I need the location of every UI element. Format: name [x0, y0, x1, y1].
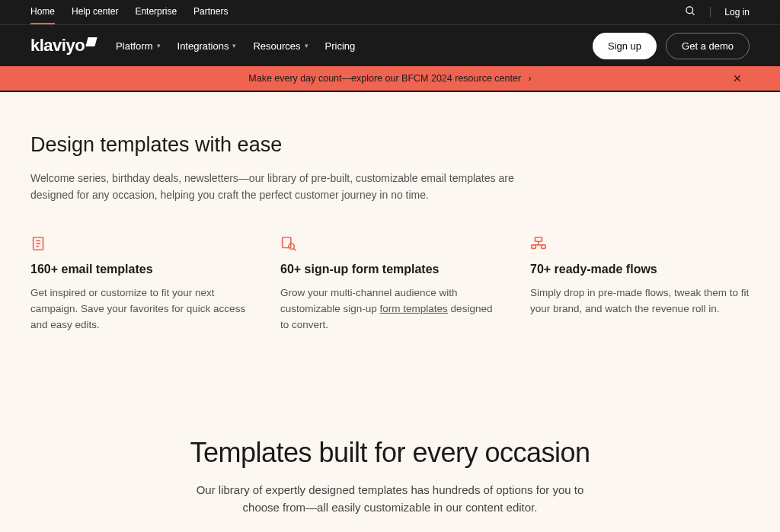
form-templates-link[interactable]: form templates [380, 303, 448, 314]
flow-icon [530, 235, 547, 252]
nav-platform[interactable]: Platform ▾ [116, 40, 160, 52]
promo-banner[interactable]: Make every day count—explore our BFCM 20… [0, 66, 780, 92]
section-title: Templates built for every occasion [30, 437, 750, 469]
brand-logo[interactable]: klaviyo [30, 36, 96, 56]
banner-text: Make every day count—explore our BFCM 20… [248, 73, 521, 84]
topbar-link-home[interactable]: Home [30, 0, 55, 24]
feature-title: 60+ sign-up form templates [280, 263, 500, 276]
logo-text: klaviyo [30, 36, 85, 56]
svg-rect-9 [535, 237, 542, 242]
svg-point-7 [289, 244, 294, 249]
search-icon[interactable] [685, 5, 696, 20]
chevron-down-icon: ▾ [232, 42, 236, 49]
topbar-link-help[interactable]: Help center [72, 0, 118, 24]
login-link[interactable]: Log in [724, 1, 750, 24]
svg-rect-6 [283, 237, 291, 248]
section-subtitle: Our library of expertly designed templat… [177, 481, 603, 517]
nav-integrations[interactable]: Integrations ▾ [177, 40, 237, 52]
top-utility-bar: Home Help center Enterprise Partners Log… [0, 0, 780, 24]
features-row: 160+ email templates Get inspired or cus… [30, 235, 750, 333]
svg-line-8 [293, 249, 296, 251]
page-subtitle: Welcome series, birthday deals, newslett… [30, 170, 518, 203]
templates-section: Templates built for every occasion Our l… [0, 364, 780, 532]
chevron-down-icon: ▾ [157, 42, 161, 49]
feature-title: 160+ email templates [30, 263, 250, 276]
page-title: Design templates with ease [30, 133, 750, 157]
primary-nav: Platform ▾ Integrations ▾ Resources ▾ Pr… [116, 40, 355, 52]
svg-line-1 [692, 12, 695, 14]
feature-body: Get inspired or customize to fit your ne… [30, 285, 250, 333]
feature-flows: 70+ ready-made flows Simply drop in pre-… [530, 235, 750, 333]
feature-body: Grow your multi-channel audience with cu… [280, 285, 500, 333]
logo-mark-icon [86, 37, 98, 46]
form-search-icon [280, 235, 297, 252]
nav-pricing[interactable]: Pricing [325, 40, 356, 52]
feature-body: Simply drop in pre-made flows, tweak the… [530, 285, 750, 317]
nav-label: Integrations [177, 40, 229, 52]
feature-title: 70+ ready-made flows [530, 263, 750, 276]
feature-signup-forms: 60+ sign-up form templates Grow your mul… [280, 235, 500, 333]
nav-label: Resources [253, 40, 300, 52]
chevron-right-icon: › [529, 73, 532, 84]
topbar-links: Home Help center Enterprise Partners [30, 0, 228, 24]
nav-label: Pricing [325, 40, 356, 52]
document-icon [30, 235, 47, 252]
svg-rect-13 [542, 245, 546, 249]
feature-email-templates: 160+ email templates Get inspired or cus… [30, 235, 250, 333]
divider [710, 7, 711, 18]
nav-resources[interactable]: Resources ▾ [253, 40, 308, 52]
topbar-right: Log in [685, 1, 750, 24]
svg-rect-12 [532, 245, 536, 249]
get-demo-button[interactable]: Get a demo [666, 33, 750, 59]
topbar-link-partners[interactable]: Partners [193, 0, 228, 24]
signup-button[interactable]: Sign up [593, 33, 657, 59]
topbar-link-enterprise[interactable]: Enterprise [135, 0, 177, 24]
nav-label: Platform [116, 40, 152, 52]
close-icon[interactable]: ✕ [733, 72, 742, 84]
chevron-down-icon: ▾ [305, 42, 308, 49]
main-navbar: klaviyo Platform ▾ Integrations ▾ Resour… [0, 24, 780, 66]
svg-point-0 [686, 6, 693, 13]
hero-section: Design templates with ease Welcome serie… [0, 92, 780, 364]
